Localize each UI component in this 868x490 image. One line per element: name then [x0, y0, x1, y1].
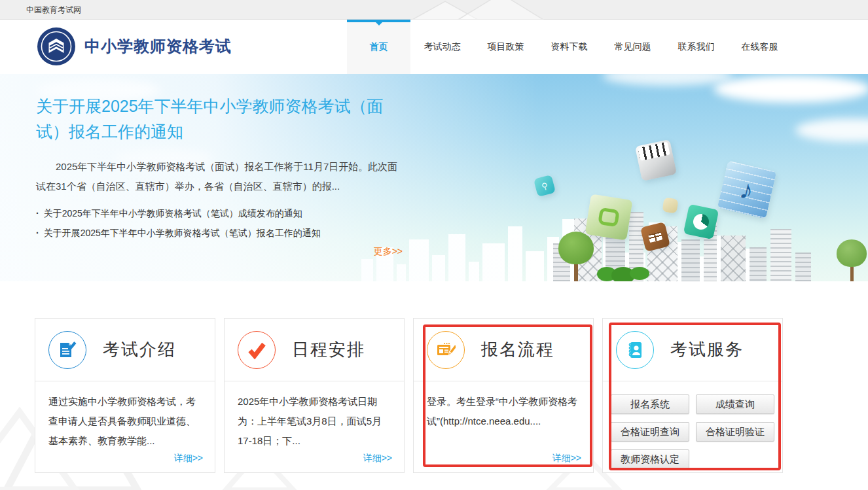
- cloud-decoration: [602, 74, 733, 86]
- btn-certificate-verify[interactable]: 合格证明验证: [696, 422, 774, 442]
- card-header: 考试服务: [603, 319, 782, 381]
- announcement-block: 关于开展2025年下半年中小学教师资格考试（面试）报名工作的通知 2025年下半…: [36, 94, 403, 258]
- btn-certificate-query[interactable]: 合格证明查询: [611, 422, 689, 442]
- card-title: 考试服务: [670, 338, 744, 361]
- news-item[interactable]: 关于开展2025年下半年中小学教师资格考试（笔试）报名工作的通知: [36, 223, 403, 243]
- btn-registration-system[interactable]: 报名系统: [611, 394, 689, 414]
- detail-link[interactable]: 详细>>: [552, 453, 581, 464]
- topbar: 中国教育考试网: [0, 0, 868, 20]
- card-header: 报名流程: [414, 319, 593, 381]
- header: 中小学教师资格考试 首页 考试动态 项目政策 资料下载 常见问题 联系我们 在线…: [0, 20, 868, 74]
- card-exam-introduction: 考试介绍 通过实施中小学教师资格考试，考查申请人是否具备教师职业道德、基本素养、…: [35, 318, 215, 473]
- book-emblem-icon: [37, 27, 75, 65]
- piano-cube-icon: [635, 139, 677, 181]
- cloud-decoration: [714, 75, 868, 103]
- triangle-pattern-decoration: [393, 0, 563, 20]
- window-pencil-icon: [427, 331, 465, 369]
- card-exam-services: 考试服务 报名系统 成绩查询 合格证明查询 合格证明验证 教师资格认定: [602, 318, 783, 473]
- detail-link[interactable]: 详细>>: [363, 453, 392, 464]
- chat-cube-icon: [585, 194, 633, 240]
- main-section: 考试介绍 通过实施中小学教师资格考试，考查申请人是否具备教师职业道德、基本素养、…: [0, 281, 868, 490]
- bush-decoration: [597, 267, 644, 281]
- news-list: 关于2025年下半年中小学教师资格考试（笔试）成绩发布的通知 关于开展2025年…: [36, 203, 403, 243]
- card-header: 考试介绍: [35, 319, 215, 381]
- hero-banner: ⚲ ♪ 关于开展2025年下半年中小学教师资格考试（面试）报名工作的通知 202…: [0, 74, 868, 281]
- card-body-text: 登录。考生登录“中小学教师资格考试”(http://ntce.neea.edu.…: [414, 381, 593, 431]
- small-cube-icon: [662, 198, 679, 214]
- nav-item-online-service[interactable]: 在线客服: [728, 20, 791, 74]
- card-header: 日程安排: [225, 319, 404, 381]
- music-note-cube-icon: ♪: [717, 160, 777, 219]
- nav-item-exam-news[interactable]: 考试动态: [410, 20, 474, 74]
- site-title: 中小学教师资格考试: [84, 36, 232, 57]
- card-registration-process: 报名流程 登录。考生登录“中小学教师资格考试”(http://ntce.neea…: [413, 318, 594, 473]
- detail-link[interactable]: 详细>>: [174, 453, 203, 464]
- card-schedule: 日程安排 2025年中小学教师资格考试日期为：上半年笔试3月8日，面试5月17-…: [224, 318, 405, 473]
- btn-score-query[interactable]: 成绩查询: [696, 394, 774, 414]
- announcement-title[interactable]: 关于开展2025年下半年中小学教师资格考试（面试）报名工作的通知: [36, 94, 403, 145]
- more-link[interactable]: 更多>>: [36, 246, 403, 258]
- card-title: 日程安排: [292, 338, 365, 361]
- main-nav: 首页 考试动态 项目政策 资料下载 常见问题 联系我们 在线客服: [347, 20, 791, 74]
- cloud-decoration: [795, 118, 868, 142]
- card-title: 考试介绍: [103, 338, 176, 361]
- document-pen-icon: [48, 331, 86, 369]
- cards-row: 考试介绍 通过实施中小学教师资格考试，考查申请人是否具备教师职业道德、基本素养、…: [35, 318, 783, 473]
- nav-item-contact[interactable]: 联系我们: [664, 20, 728, 74]
- checkmark-icon: [238, 331, 276, 369]
- nav-item-downloads[interactable]: 资料下载: [537, 20, 601, 74]
- notebook-person-icon: [616, 331, 654, 369]
- nav-item-project-policy[interactable]: 项目政策: [474, 20, 537, 74]
- btn-teacher-qualification[interactable]: 教师资格认定: [611, 449, 689, 469]
- brand[interactable]: 中小学教师资格考试: [37, 27, 232, 65]
- tree-decoration: [558, 232, 594, 281]
- card-title: 报名流程: [481, 338, 554, 361]
- key-cube-icon: ⚲: [533, 175, 556, 197]
- divider: [603, 381, 782, 381]
- card-body-text: 通过实施中小学教师资格考试，考查申请人是否具备教师职业道德、基本素养、教育教学能…: [35, 381, 215, 451]
- announcement-summary: 2025年下半年中小学教师资格考试（面试）报名工作将于11月7日开始。此次面试在…: [36, 157, 403, 196]
- site-name: 中国教育考试网: [26, 0, 81, 20]
- tree-decoration: [837, 239, 867, 281]
- nav-item-home[interactable]: 首页: [347, 20, 410, 74]
- service-buttons: 报名系统 成绩查询 合格证明查询 合格证明验证 教师资格认定: [611, 394, 774, 469]
- news-item[interactable]: 关于2025年下半年中小学教师资格考试（笔试）成绩发布的通知: [36, 203, 403, 223]
- card-body-text: 2025年中小学教师资格考试日期为：上半年笔试3月8日，面试5月17-18日；下…: [225, 381, 404, 451]
- pie-chart-cube-icon: [683, 204, 719, 240]
- nav-item-faq[interactable]: 常见问题: [601, 20, 664, 74]
